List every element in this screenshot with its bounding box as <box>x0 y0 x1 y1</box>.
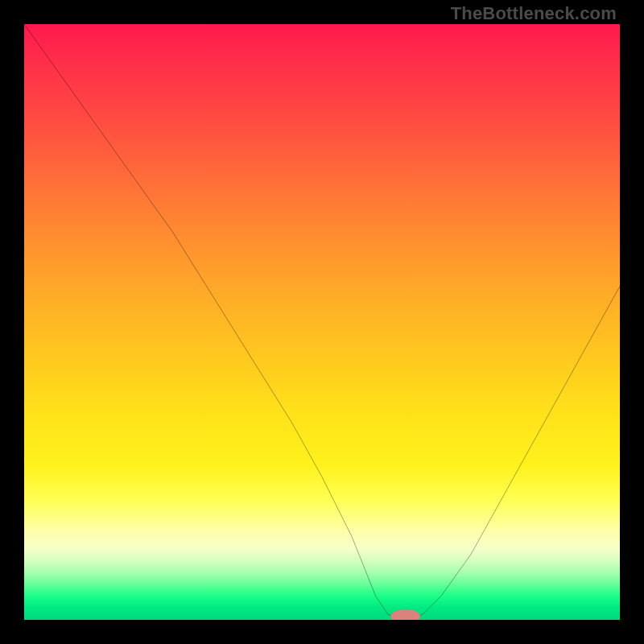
optimal-marker <box>390 609 420 620</box>
bottleneck-curve <box>24 24 620 620</box>
watermark-text: TheBottleneck.com <box>451 3 617 24</box>
plot-area <box>24 24 620 620</box>
curve-layer <box>24 24 620 620</box>
chart-frame: TheBottleneck.com <box>0 0 644 644</box>
